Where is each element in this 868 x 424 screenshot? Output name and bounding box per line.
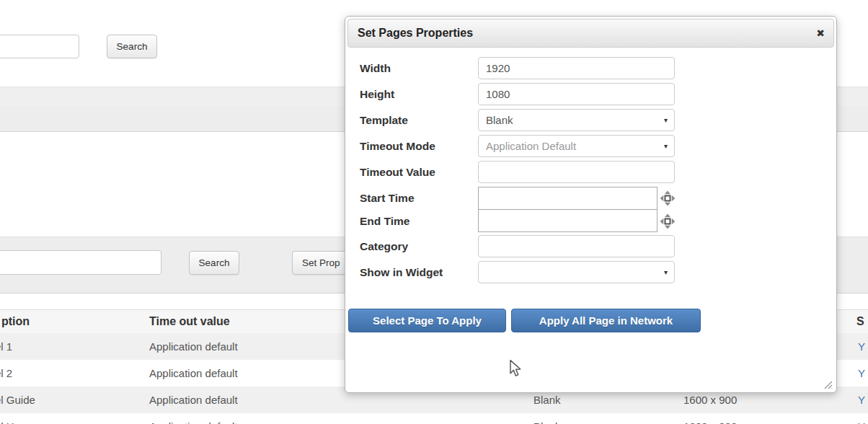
category-label: Category [360, 235, 477, 257]
cell-name: el 1 [0, 333, 12, 360]
cell-template: Blank [533, 413, 561, 424]
cell-name: el Guide [0, 387, 35, 413]
chevron-down-icon: ▾ [664, 136, 668, 156]
time-picker-icon[interactable] [660, 190, 676, 206]
timeout-value-label: Timeout Value [360, 161, 477, 183]
select-page-to-apply-button[interactable]: Select Page To Apply [348, 309, 506, 332]
cell-name: el 2 [0, 360, 12, 387]
top-search-input[interactable] [0, 35, 79, 58]
time-picker-icon[interactable] [660, 213, 676, 229]
cell-name: el Home [0, 413, 35, 424]
col-header-description: ption [1, 310, 30, 333]
cell-timeout: Application default [149, 333, 238, 360]
resize-grip-icon[interactable] [823, 379, 833, 389]
screen: Search Search Set Prop ption Time out va… [0, 0, 868, 424]
show-in-widget-select[interactable]: ▾ [478, 261, 675, 283]
category-input[interactable] [478, 235, 675, 257]
cell-timeout: Application default [149, 413, 238, 424]
width-label: Width [360, 57, 477, 79]
col-header-timeout: Time out value [149, 310, 230, 333]
dialog-titlebar[interactable]: Set Pages Properties ✖ [347, 19, 834, 48]
height-input[interactable] [478, 83, 675, 105]
width-input[interactable] [478, 57, 675, 79]
template-select-value: Blank [486, 110, 657, 131]
top-search-button[interactable]: Search [107, 35, 157, 58]
chevron-down-icon: ▾ [664, 110, 668, 131]
dialog-title: Set Pages Properties [358, 19, 473, 47]
cell-timeout: Application default [149, 360, 238, 387]
timeout-value-input[interactable] [478, 161, 675, 183]
cell-resolution: 1600 x 900 [683, 413, 737, 424]
mouse-cursor-icon [509, 360, 523, 377]
template-label: Template [360, 109, 477, 131]
cell-timeout: Application default [149, 387, 238, 413]
end-time-input[interactable] [478, 209, 657, 232]
set-pages-properties-dialog: Set Pages Properties ✖ Width Height Temp… [345, 16, 837, 393]
apply-all-page-in-network-button[interactable]: Apply All Page in Network [511, 309, 701, 332]
template-select[interactable]: Blank ▾ [478, 109, 675, 131]
col-header-show: S [856, 310, 864, 333]
start-time-label: Start Time [360, 187, 477, 209]
table-row[interactable]: el Home Application default Blank 1600 x… [0, 413, 868, 424]
end-time-label: End Time [360, 210, 477, 232]
cell-show-link[interactable]: Y [858, 360, 865, 387]
cell-show-link[interactable]: Y [858, 413, 865, 424]
cell-show-link[interactable]: Y [858, 333, 865, 360]
cell-show-link[interactable]: Y [858, 387, 865, 413]
timeout-mode-select-value: Application Default [486, 136, 657, 156]
height-label: Height [360, 83, 477, 105]
timeout-mode-select[interactable]: Application Default ▾ [478, 135, 675, 157]
filter-search-button[interactable]: Search [189, 251, 239, 275]
start-time-input[interactable] [478, 187, 657, 210]
filter-search-input[interactable] [0, 250, 161, 275]
timeout-mode-label: Timeout Mode [360, 135, 477, 157]
show-in-widget-label: Show in Widget [360, 261, 477, 283]
close-icon[interactable]: ✖ [816, 19, 825, 47]
chevron-down-icon: ▾ [664, 262, 668, 283]
